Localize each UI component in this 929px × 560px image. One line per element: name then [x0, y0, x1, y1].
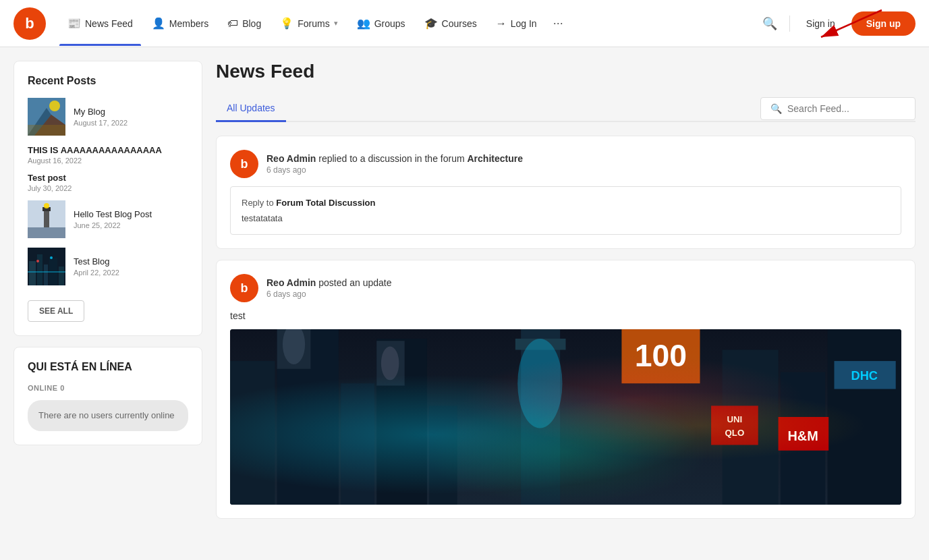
logo[interactable]: b	[13, 7, 46, 40]
feed-tabs: All Updates	[216, 96, 286, 121]
city-lights-overlay	[230, 329, 901, 505]
svg-rect-10	[28, 227, 65, 238]
avatar-icon: b	[241, 281, 248, 296]
header-right: 🔍 Sign in Sign up	[758, 11, 916, 36]
search-icon: 🔍	[770, 103, 782, 114]
list-item[interactable]: THIS IS AAAAAAAAAAAAAAAA August 16, 2022	[28, 145, 188, 165]
activity-time: 6 days ago	[266, 165, 901, 175]
svg-rect-17	[59, 267, 64, 285]
groups-icon: 👥	[357, 17, 370, 30]
post-title: Test post	[28, 173, 188, 183]
avatar: b	[230, 150, 258, 178]
post-title: THIS IS AAAAAAAAAAAAAAAA	[28, 145, 188, 155]
see-all-button[interactable]: SEE ALL	[28, 300, 84, 322]
main-nav: 📰 News Feed 👤 Members 🏷 Blog 💡 Forums ▾ …	[59, 11, 758, 35]
nav-item-label: Groups	[374, 18, 405, 29]
avatar: b	[230, 274, 258, 302]
online-card: QUI ESTÁ EN LÍNEA ONLINE 0 There are no …	[13, 347, 202, 445]
main-feed: News Feed All Updates 🔍 b Reo Admin	[216, 61, 916, 530]
svg-rect-18	[28, 271, 65, 273]
post-thumbnail	[28, 200, 65, 238]
search-icon[interactable]: 🔍	[758, 12, 781, 35]
logo-icon: b	[25, 15, 34, 32]
post-thumbnail	[28, 248, 65, 285]
post-meta: My Blog August 17, 2022	[74, 107, 188, 128]
nav-item-news-feed[interactable]: 📰 News Feed	[59, 11, 141, 35]
news-feed-icon: 📰	[67, 17, 81, 30]
post-title: My Blog	[74, 107, 188, 118]
header: b 📰 News Feed 👤 Members 🏷 Blog 💡 Forums …	[0, 0, 929, 47]
tab-all-updates[interactable]: All Updates	[216, 96, 286, 122]
svg-point-6	[49, 101, 60, 111]
reply-box-label: Reply to Forum Total Discussion	[242, 198, 890, 208]
post-date: August 17, 2022	[74, 119, 188, 127]
post-title: Hello Test Blog Post	[74, 209, 188, 221]
svg-rect-15	[44, 264, 48, 285]
nav-item-label: News Feed	[85, 18, 133, 29]
post-title: Test Blog	[74, 256, 188, 268]
login-icon: →	[496, 18, 507, 30]
recent-posts-card: Recent Posts My Blog August 17, 2022 THI…	[13, 61, 202, 336]
reply-box: Reply to Forum Total Discussion testatat…	[230, 186, 901, 235]
divider	[789, 16, 790, 32]
nav-item-label: Blog	[242, 18, 261, 29]
sign-up-button[interactable]: Sign up	[851, 11, 916, 36]
more-button[interactable]: ···	[548, 13, 569, 33]
sign-in-button[interactable]: Sign in	[798, 13, 843, 34]
online-empty-message: There are no users currently online	[28, 400, 188, 431]
nav-item-groups[interactable]: 👥 Groups	[349, 11, 414, 35]
nav-item-label: Courses	[442, 18, 477, 29]
post-meta: Hello Test Blog Post June 25, 2022	[74, 209, 188, 230]
activity-card: b Reo Admin replied to a discussion in t…	[216, 136, 916, 249]
svg-rect-5	[28, 125, 65, 136]
list-item[interactable]: Hello Test Blog Post June 25, 2022	[28, 200, 188, 238]
list-item[interactable]: Test post July 30, 2022	[28, 173, 188, 192]
page-title: News Feed	[216, 61, 314, 82]
post-thumbnail	[28, 98, 65, 136]
avatar-icon: b	[241, 157, 248, 171]
sidebar: Recent Posts My Blog August 17, 2022 THI…	[13, 61, 202, 530]
search-input[interactable]	[787, 103, 905, 114]
svg-point-19	[36, 260, 39, 262]
activity-header: b Reo Admin posted an update 6 days ago	[230, 274, 901, 302]
post-date: April 22, 2022	[74, 269, 188, 277]
nav-item-members[interactable]: 👤 Members	[144, 11, 217, 35]
members-icon: 👤	[152, 17, 165, 30]
nav-item-courses[interactable]: 🎓 Courses	[416, 11, 485, 35]
nav-item-login[interactable]: → Log In	[488, 12, 545, 35]
list-item[interactable]: My Blog August 17, 2022	[28, 98, 188, 136]
recent-posts-title: Recent Posts	[28, 75, 188, 87]
online-status-label: ONLINE 0	[28, 384, 188, 392]
post-date: July 30, 2022	[28, 184, 188, 192]
search-feed-container: 🔍	[760, 97, 916, 120]
post-date: June 25, 2022	[74, 221, 188, 229]
courses-icon: 🎓	[424, 17, 438, 30]
activity-time: 6 days ago	[266, 289, 901, 299]
activity-meta: Reo Admin replied to a discussion in the…	[266, 153, 901, 175]
list-item[interactable]: Test Blog April 22, 2022	[28, 248, 188, 285]
post-image: H&M UNI QLO 100 DHC	[230, 329, 901, 505]
activity-author: Reo Admin posted an update	[266, 277, 901, 288]
activity-card: b Reo Admin posted an update 6 days ago …	[216, 260, 916, 519]
page-content: Recent Posts My Blog August 17, 2022 THI…	[0, 47, 929, 543]
forums-icon: 💡	[280, 17, 293, 30]
nav-item-label: Members	[169, 18, 208, 29]
activity-author: Reo Admin replied to a discussion in the…	[266, 153, 901, 164]
online-title: QUI ESTÁ EN LÍNEA	[28, 361, 188, 373]
reply-box-content: testatatata	[242, 213, 890, 223]
svg-point-11	[44, 203, 49, 208]
nav-item-label: Log In	[511, 18, 537, 29]
nav-item-forums[interactable]: 💡 Forums ▾	[272, 11, 345, 35]
nav-item-blog[interactable]: 🏷 Blog	[219, 12, 269, 35]
svg-rect-13	[29, 261, 36, 285]
nav-item-label: Forums	[298, 18, 329, 29]
post-meta: Test Blog April 22, 2022	[74, 256, 188, 277]
post-date: August 16, 2022	[28, 157, 188, 165]
blog-icon: 🏷	[227, 18, 238, 30]
feed-header: News Feed	[216, 61, 916, 82]
svg-rect-14	[37, 254, 43, 285]
svg-point-20	[50, 256, 53, 259]
activity-header: b Reo Admin replied to a discussion in t…	[230, 150, 901, 178]
activity-meta: Reo Admin posted an update 6 days ago	[266, 277, 901, 299]
activity-text: test	[230, 310, 901, 321]
